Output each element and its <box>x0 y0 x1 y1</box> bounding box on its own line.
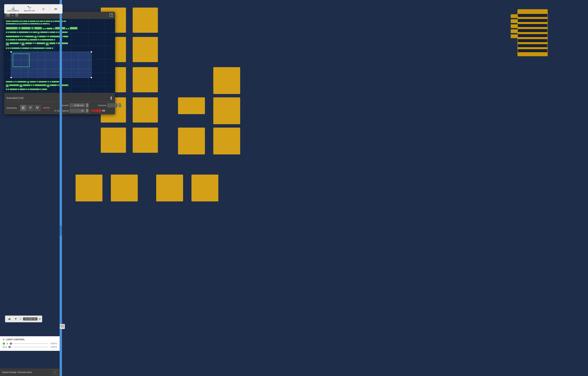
columns-increment[interactable]: ▲ <box>118 103 121 105</box>
geometry-hex-button[interactable] <box>27 105 33 111</box>
scan-mode-label: Extended [7x6] <box>7 96 23 99</box>
z-expand-button[interactable]: ⊞ <box>39 318 41 320</box>
pad-4 <box>133 37 158 62</box>
channel-2-icons <box>3 346 7 348</box>
status-message: System Ready: Overview done. <box>2 371 51 374</box>
overlapping-input[interactable] <box>70 109 85 113</box>
pad-bottom-3 <box>156 175 183 201</box>
selected-region <box>13 53 30 67</box>
toolbar-divider-3 <box>50 6 50 12</box>
svg-rect-9 <box>518 29 547 32</box>
geometry-label: Geometry <box>7 107 18 109</box>
pad-9 <box>101 127 126 153</box>
toolbar-divider-1 <box>21 6 22 12</box>
selection-handle-tl[interactable] <box>11 51 12 52</box>
channel-1-value: 0.84 % <box>49 342 57 345</box>
export-button[interactable] <box>109 13 113 18</box>
svg-rect-5 <box>511 34 517 38</box>
trash-button[interactable] <box>15 13 18 18</box>
svg-rect-7 <box>518 19 547 22</box>
light-control-icon: ◈ <box>3 338 5 341</box>
columns-decrement[interactable]: ▼ <box>118 105 121 107</box>
columns-label: Columns <box>89 104 106 107</box>
pad-6 <box>133 67 158 92</box>
z-down-button[interactable]: ▼ <box>13 316 19 322</box>
columns-input[interactable] <box>107 104 118 107</box>
quality-bar-2 <box>94 110 96 112</box>
scroll-area-icon[interactable] <box>60 324 65 329</box>
selection-handle-br[interactable] <box>91 77 92 78</box>
pad-12 <box>178 127 205 154</box>
channel-1-dot <box>6 343 8 345</box>
geometry-diagonal-button[interactable] <box>34 105 41 111</box>
svg-rect-25 <box>23 107 24 108</box>
pad-13 <box>213 67 240 94</box>
load-sample-icon: 🔬 <box>11 6 15 10</box>
columns-spinner[interactable]: ▲ ▼ <box>118 103 121 107</box>
connector-component <box>501 9 554 63</box>
camera-button[interactable] <box>6 13 10 17</box>
channel-1-indicator <box>3 342 5 345</box>
status-check-button[interactable]: ✓ <box>53 370 58 375</box>
svg-rect-2 <box>511 19 517 23</box>
hd-label: HD <box>102 109 105 112</box>
quality-bar-3 <box>96 109 98 112</box>
light-channel-2-row: 0.00 % <box>3 346 57 348</box>
light-channel-1-row: 0.84 % <box>3 342 57 345</box>
camera-dropdown-icon: ▼ <box>11 14 14 17</box>
status-bar: System Ready: Overview done. ✓ <box>0 368 60 376</box>
channel-2-slider[interactable] <box>8 347 48 347</box>
selection-handle-tr[interactable] <box>91 51 92 52</box>
scroll-indicator[interactable] <box>60 0 62 376</box>
pad-15 <box>213 127 240 154</box>
svg-rect-13 <box>518 49 547 52</box>
pad-8 <box>133 97 158 123</box>
geometry-grid-button[interactable] <box>20 105 26 111</box>
light-control-panel: ◈ LIGHT CONTROL 0.84 % 0.00 % <box>0 336 60 351</box>
selection-handle-bl[interactable] <box>11 77 12 78</box>
pad-bottom-2 <box>111 175 138 201</box>
link-button[interactable]: ∞ <box>51 6 61 12</box>
chevron-down-icon: ▼ <box>110 98 113 100</box>
pad-11 <box>178 97 205 114</box>
diameter-decrement[interactable]: ▼ <box>86 105 88 107</box>
svg-rect-10 <box>518 34 547 37</box>
objective-label: Nikon EPI 10X <box>24 10 35 12</box>
svg-rect-33 <box>37 108 38 109</box>
svg-rect-32 <box>37 107 39 108</box>
toolbar: 🔬 LOAD SAMPLE 🔭 Nikon EPI 10X ☼ ∞ <box>4 4 63 14</box>
svg-rect-16 <box>7 14 9 14</box>
light-button[interactable]: ☼ <box>38 6 49 12</box>
objective-button[interactable]: 🔭 Nikon EPI 10X <box>23 5 36 13</box>
svg-rect-8 <box>518 24 547 27</box>
svg-rect-24 <box>22 107 23 108</box>
light-icon: ☼ <box>42 7 45 11</box>
objective-icon: 🔭 <box>27 6 32 10</box>
diameter-input[interactable] <box>70 104 85 107</box>
diameter-spinner[interactable]: ▲ ▼ <box>86 103 88 107</box>
load-sample-label: LOAD SAMPLE <box>7 10 19 12</box>
overlapping-increment[interactable]: ▲ <box>86 109 88 111</box>
channel-2-value: 0.00 % <box>49 346 57 348</box>
quality-bar-4 <box>99 109 101 112</box>
light-control-header: ◈ LIGHT CONTROL <box>3 338 57 341</box>
z-label: Z: <box>20 318 22 320</box>
scroll-thumb[interactable] <box>60 226 62 236</box>
params-section: Diameter ▲ ▼ Columns ▲ ▼ % Overlapping <box>52 103 121 113</box>
svg-rect-6 <box>518 14 547 17</box>
pad-10 <box>133 127 158 153</box>
overlapping-decrement[interactable]: ▼ <box>86 111 88 113</box>
svg-point-35 <box>62 326 62 326</box>
svg-rect-34 <box>61 325 64 327</box>
svg-rect-27 <box>23 108 24 109</box>
overlapping-spinner[interactable]: ▲ ▼ <box>86 109 88 113</box>
diameter-increment[interactable]: ▲ <box>86 103 88 105</box>
pcb-scan-selection <box>11 52 92 78</box>
channel-1-slider[interactable] <box>10 343 48 344</box>
z-left-button[interactable]: ◀ <box>6 316 12 322</box>
z-value-display: -24.1106 mm <box>23 317 38 320</box>
load-sample-button[interactable]: 🔬 LOAD SAMPLE <box>6 5 21 13</box>
scan-mode-chevron[interactable]: ▲ ▼ <box>110 96 113 100</box>
channel-2-dot <box>5 346 7 348</box>
pad-2 <box>133 8 158 33</box>
